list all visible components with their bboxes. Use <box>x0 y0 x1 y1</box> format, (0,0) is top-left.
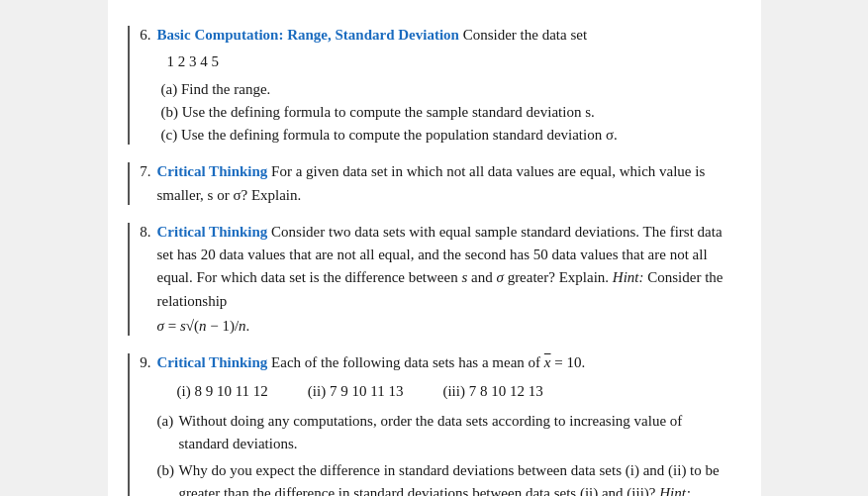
problem-8: 8. Critical Thinking Consider two data s… <box>128 221 731 338</box>
problem-9-part-b-text: Why do you expect the difference in stan… <box>179 459 731 496</box>
problem-8-number: 8. <box>128 221 157 338</box>
problem-7-number: 7. <box>128 160 157 207</box>
problem-6-content: Basic Computation: Range, Standard Devia… <box>157 24 731 147</box>
problem-6-part-c: (c) Use the defining formula to compute … <box>161 124 731 147</box>
problem-9-intro: Each of the following data sets has a me… <box>267 354 585 370</box>
problem-9-critical-label: Critical Thinking <box>157 354 268 370</box>
problem-6-part-b: (b) Use the defining formula to compute … <box>161 101 731 124</box>
problem-9-part-a: (a) Without doing any computations, orde… <box>157 410 731 456</box>
problem-6-part-a: (a) Find the range. <box>161 78 731 101</box>
problem-8-content: Critical Thinking Consider two data sets… <box>157 221 731 338</box>
problem-8-critical-label: Critical Thinking <box>157 224 268 240</box>
problem-6-title: Basic Computation: Range, Standard Devia… <box>157 27 459 43</box>
page-container: 6. Basic Computation: Range, Standard De… <box>108 0 761 496</box>
problem-8-formula: σ = s√(n − 1)/n. <box>157 315 731 338</box>
problem-9-part-b: (b) Why do you expect the difference in … <box>157 459 731 496</box>
problem-9-part-a-label: (a) <box>157 410 179 456</box>
problem-9-part-b-label: (b) <box>157 459 179 496</box>
problem-9-dataset-iii: (iii) 7 8 10 12 13 <box>442 380 542 403</box>
problem-9: 9. Critical Thinking Each of the followi… <box>128 351 731 496</box>
problem-6-intro: Consider the data set <box>459 27 587 43</box>
problem-7: 7. Critical Thinking For a given data se… <box>128 160 731 207</box>
problem-9-dataset-ii: (ii) 7 9 10 11 13 <box>308 380 404 403</box>
problem-9-number: 9. <box>128 351 157 496</box>
problem-7-content: Critical Thinking For a given data set i… <box>157 160 731 207</box>
problem-9-dataset-i: (i) 8 9 10 11 12 <box>177 380 268 403</box>
problem-6-data-values: 1 2 3 4 5 <box>167 50 731 73</box>
problem-7-critical-label: Critical Thinking <box>157 163 268 179</box>
problem-6: 6. Basic Computation: Range, Standard De… <box>128 24 731 147</box>
problem-6-number: 6. <box>128 24 157 147</box>
problem-9-data-sets-row: (i) 8 9 10 11 12 (ii) 7 9 10 11 13 (iii)… <box>177 380 731 403</box>
problem-9-part-a-text: Without doing any computations, order th… <box>179 410 731 456</box>
problem-9-content: Critical Thinking Each of the following … <box>157 351 731 496</box>
